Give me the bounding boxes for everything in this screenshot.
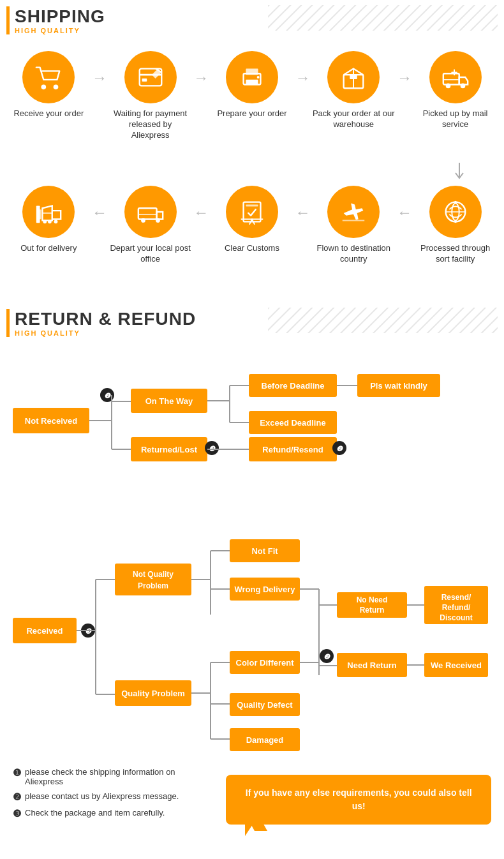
van-icon <box>136 197 165 227</box>
flow-item-pack: Pack your order at our warehouse <box>312 51 395 130</box>
speech-bubble-wrapper: If you have any else requirements, you c… <box>226 775 491 825</box>
flow-item-flown: Flown to destination country <box>312 186 395 265</box>
shipping-title: SHIPPING <box>15 6 105 27</box>
svg-rect-1 <box>268 5 498 31</box>
payment-icon <box>136 63 165 92</box>
svg-text:On The Way: On The Way <box>145 396 193 406</box>
circle-prepare <box>226 51 278 103</box>
return-header: RETURN & REFUND HIGH QUALITY <box>0 303 504 341</box>
flow-item-sort: Processed through sort facility <box>414 186 497 265</box>
hatch-pattern-2 <box>268 308 498 333</box>
svg-text:Color Different: Color Different <box>236 658 295 668</box>
svg-text:Wrong Delivery: Wrong Delivery <box>234 585 295 594</box>
label-flown: Flown to destination country <box>312 243 395 265</box>
plane-icon <box>339 197 368 227</box>
svg-text:Not Quality: Not Quality <box>133 570 174 579</box>
circle-pack <box>327 51 380 103</box>
down-arrow-icon <box>452 163 467 182</box>
sort-icon <box>441 197 470 227</box>
svg-rect-27 <box>138 208 156 219</box>
page-wrapper: SHIPPING HIGH QUALITY <box>0 0 504 837</box>
flow-item-pickup: Picked up by mail service <box>414 51 497 130</box>
return-header-bar <box>6 309 10 337</box>
print-icon <box>237 63 267 92</box>
svg-rect-81 <box>115 564 191 595</box>
circle-pickup <box>429 51 482 103</box>
note-3: ❸ Check the package and item carefully. <box>13 808 213 819</box>
arrow-7 <box>295 204 311 221</box>
svg-text:Returned/Lost: Returned/Lost <box>141 445 198 454</box>
note-2: ❷ please contact us by Aliexpress messag… <box>13 791 213 803</box>
notes-list: ❶ please check the shipping information … <box>13 767 213 825</box>
shipping-flow: Receive your order Waiting for payment r… <box>0 38 504 290</box>
flow-item-payment: Waiting for payment released by Aliexpre… <box>109 51 192 141</box>
flow-item-customs: Clear Customs <box>211 186 293 254</box>
flow-item-receive: Receive your order <box>7 51 90 119</box>
speech-bubble: If you have any else requirements, you c… <box>226 775 491 825</box>
delivery-icon <box>34 197 63 227</box>
cart-icon <box>34 63 63 92</box>
return-title: RETURN & REFUND <box>15 309 196 329</box>
arrow-5 <box>92 204 107 221</box>
shipping-subtitle: HIGH QUALITY <box>15 27 105 34</box>
return-subtitle: HIGH QUALITY <box>15 329 196 337</box>
svg-point-38 <box>454 200 457 203</box>
flowchart1-container: Not Received ❶ On The Way Before Dead <box>0 341 504 509</box>
badge-3: ❸ <box>13 808 21 819</box>
flow-item-prepare: Prepare your order <box>211 51 293 119</box>
arrow-8 <box>397 204 412 221</box>
svg-point-11 <box>257 76 260 78</box>
svg-text:Before Deadline: Before Deadline <box>262 381 325 391</box>
label-receive: Receive your order <box>13 108 84 119</box>
svg-point-17 <box>445 84 450 89</box>
svg-text:Refund/Resend: Refund/Resend <box>262 445 323 454</box>
svg-text:Quality Defect: Quality Defect <box>237 700 293 710</box>
badge-2: ❷ <box>13 791 21 803</box>
label-pickup: Picked up by mail service <box>414 108 497 130</box>
svg-text:Not Fit: Not Fit <box>251 546 278 556</box>
svg-point-2 <box>41 85 47 90</box>
label-prepare: Prepare your order <box>217 108 286 119</box>
circle-flown <box>327 186 380 238</box>
circle-payment <box>124 51 177 103</box>
svg-rect-16 <box>443 73 459 84</box>
svg-text:Damaged: Damaged <box>246 735 284 745</box>
svg-rect-15 <box>350 75 358 79</box>
flow-item-outdelivery: Out for delivery <box>7 186 90 254</box>
svg-text:Resend/: Resend/ <box>441 593 471 602</box>
box-icon <box>339 63 368 92</box>
svg-point-26 <box>54 220 58 223</box>
label-payment: Waiting for payment released by Aliexpre… <box>109 108 192 141</box>
flowchart2-container: Received ❸ Not Quality Problem Quality P… <box>0 509 504 767</box>
svg-text:❷: ❷ <box>323 653 330 661</box>
svg-point-18 <box>460 84 465 89</box>
header-text: SHIPPING HIGH QUALITY <box>15 6 105 34</box>
svg-text:Discount: Discount <box>440 613 472 622</box>
svg-text:Received: Received <box>26 626 63 636</box>
circle-outdelivery <box>22 186 75 238</box>
flow-row-2: Out for delivery Depart your local post … <box>6 179 498 271</box>
circle-receive <box>22 51 75 103</box>
flowchart2-svg: Received ❸ Not Quality Problem Quality P… <box>13 516 491 758</box>
badge-1: ❶ <box>13 767 21 779</box>
down-arrow <box>452 163 467 182</box>
flow-row-1: Receive your order Waiting for payment r… <box>6 45 498 147</box>
label-sort: Processed through sort facility <box>414 243 497 265</box>
svg-text:We Received: We Received <box>431 661 482 670</box>
hatch-pattern <box>268 5 498 31</box>
svg-rect-10 <box>246 80 258 85</box>
svg-text:Refund/: Refund/ <box>442 603 471 612</box>
svg-text:Problem: Problem <box>138 581 168 590</box>
svg-point-28 <box>141 218 145 223</box>
flowchart1-svg: Not Received ❶ On The Way Before Dead <box>13 354 491 500</box>
svg-text:Need Return: Need Return <box>347 661 396 670</box>
svg-text:Return: Return <box>360 606 385 615</box>
svg-text:No Need: No Need <box>357 595 388 604</box>
svg-text:Not Received: Not Received <box>25 416 77 426</box>
circle-customs <box>226 186 278 238</box>
down-arrow-container <box>6 145 498 182</box>
svg-text:Pls wait kindly: Pls wait kindly <box>370 381 427 391</box>
svg-point-29 <box>156 218 160 223</box>
svg-text:❶: ❶ <box>104 392 111 400</box>
svg-rect-9 <box>246 69 258 75</box>
